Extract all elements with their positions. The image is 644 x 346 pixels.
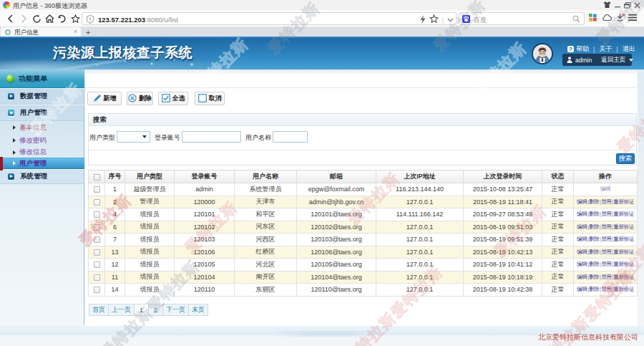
search-icon[interactable] [572,15,580,24]
restore-button[interactable] [624,0,631,10]
login-account-input[interactable] [182,131,241,143]
op-link-编辑[interactable]: 编辑 [600,186,610,192]
tab-close-icon[interactable]: × [74,29,77,35]
page-button-下一页[interactable]: 下一页 [163,304,189,316]
row-checkbox[interactable] [94,186,100,193]
op-link-编辑[interactable]: 编辑 [577,286,587,292]
table-row: 11填报员120104南开区120104@taes.org127.0.0.120… [89,271,638,284]
op-link-重新验证[interactable]: 重新验证 [613,286,634,292]
op-link-删除[interactable]: 删除 [589,211,599,217]
op-link-禁用[interactable]: 禁用 [601,249,611,255]
page-button-上一页[interactable]: 上一页 [109,304,135,316]
row-checkbox[interactable] [94,274,100,281]
op-link-禁用[interactable]: 禁用 [601,224,611,230]
forward-icon[interactable] [16,11,31,26]
shield-icon[interactable] [87,15,94,25]
row-checkbox[interactable] [94,249,100,256]
sidebar-item-用户管理[interactable]: 用户管理 [0,158,84,169]
op-link-重新验证[interactable]: 重新验证 [613,236,634,242]
op-link-重新验证[interactable]: 重新验证 [613,261,634,267]
toolbar-button-新增[interactable]: 新增 [87,92,122,105]
op-link-删除[interactable]: 删除 [589,236,599,242]
download-icon[interactable] [616,14,625,24]
row-checkbox[interactable] [94,199,100,206]
new-tab-button[interactable]: + [86,29,90,36]
toolbar-button-全选[interactable]: 全选 [158,92,188,105]
op-link-重新验证[interactable]: 重新验证 [613,274,634,280]
help-link[interactable]: 帮助 [576,44,589,54]
browser-tab[interactable]: 用户信息 × [1,27,81,37]
op-link-编辑[interactable]: 编辑 [577,261,587,267]
favorite-star-icon[interactable] [68,11,82,26]
op-link-禁用[interactable]: 禁用 [601,261,611,267]
row-checkbox[interactable] [94,236,100,243]
row-checkbox[interactable] [94,224,100,231]
op-link-编辑[interactable]: 编辑 [577,274,587,280]
undo-icon[interactable] [55,11,69,26]
sidebar-group-用户管理[interactable]: 用户管理 [0,105,84,121]
sidebar-group-数据管理[interactable]: 数据管理 [0,88,84,105]
logout-link[interactable]: 退出 [623,44,635,54]
browser-search-box[interactable]: 百度 [459,12,585,25]
menu-hamburger-icon[interactable] [628,14,637,23]
op-link-删除[interactable]: 删除 [589,198,599,205]
search-submit-button[interactable]: 搜索 [616,153,635,164]
url-dropdown-icon[interactable] [447,16,454,24]
close-window-button[interactable] [634,0,640,10]
op-link-编辑[interactable]: 编辑 [577,249,587,255]
op-link-删除[interactable]: 删除 [589,249,599,255]
op-link-删除[interactable]: 删除 [589,224,599,230]
user-type-select[interactable] [117,131,150,143]
caret-down-icon[interactable] [629,59,633,62]
op-link-编辑[interactable]: 编辑 [577,224,587,230]
home-icon[interactable] [42,11,57,26]
bookmark-star-icon[interactable] [429,14,439,25]
sidebar-item-修改密码[interactable]: 修改密码 [0,134,84,147]
page-button-首页[interactable]: 首页 [89,304,109,316]
op-link-删除[interactable]: 删除 [589,261,599,267]
admin-bar[interactable]: admin 返回主页 [562,54,632,66]
user-name-input[interactable] [273,131,308,143]
page-button-2[interactable]: 2 [149,304,163,316]
row-checkbox[interactable] [94,287,100,293]
op-link-重新验证[interactable]: 重新验证 [613,211,634,217]
op-link-重新验证[interactable]: 重新验证 [613,224,634,230]
about-link[interactable]: 关于 [599,44,612,54]
op-link-重新验证[interactable]: 重新验证 [613,198,634,205]
op-link-禁用[interactable]: 禁用 [601,286,611,292]
op-link-编辑[interactable]: 编辑 [577,236,587,242]
op-link-删除[interactable]: 删除 [589,286,599,292]
op-link-删除[interactable]: 删除 [589,274,599,280]
back-icon[interactable] [4,11,18,26]
op-link-禁用[interactable]: 禁用 [601,274,611,280]
toolbar-button-删除[interactable]: 删除 [127,92,153,105]
page-button-末页[interactable]: 末页 [189,304,208,316]
skin-icon[interactable] [603,0,611,10]
cell: 11 [105,271,125,284]
refresh-icon[interactable] [29,11,44,26]
op-link-禁用[interactable]: 禁用 [601,211,611,217]
sidebar-item-修改信息[interactable]: 修改信息 [0,147,84,158]
op-link-编辑[interactable]: 编辑 [577,198,587,205]
minimize-button[interactable] [615,0,621,10]
cell: 正常 [542,271,574,284]
row-checkbox[interactable] [94,261,100,268]
sidebar-item-基本信息[interactable]: 基本信息 [0,121,84,134]
apps-grid-icon[interactable] [589,14,597,23]
home-link[interactable]: 返回主页 [601,56,625,64]
cell: epgw@foxmail.com [297,183,376,196]
header-checkbox[interactable] [94,174,100,181]
toolbar-button-取消[interactable]: 取消 [195,92,225,105]
row-checkbox[interactable] [94,211,100,218]
url-bar[interactable]: 123.57.221.203:8080/u/list | [82,12,457,25]
op-link-重新验证[interactable]: 重新验证 [613,249,634,255]
op-link-编辑[interactable]: 编辑 [577,211,587,217]
url-text[interactable]: 123.57.221.203:8080/u/list [98,16,178,24]
thunder-icon[interactable] [420,15,426,25]
op-link-禁用[interactable]: 禁用 [601,198,611,205]
sidebar-group-系统管理[interactable]: 系统管理 [0,169,84,184]
op-link-禁用[interactable]: 禁用 [601,236,611,242]
cloud-icon[interactable] [602,14,612,23]
cell: 2 [105,196,125,208]
page-button-1[interactable]: 1 [135,304,149,316]
